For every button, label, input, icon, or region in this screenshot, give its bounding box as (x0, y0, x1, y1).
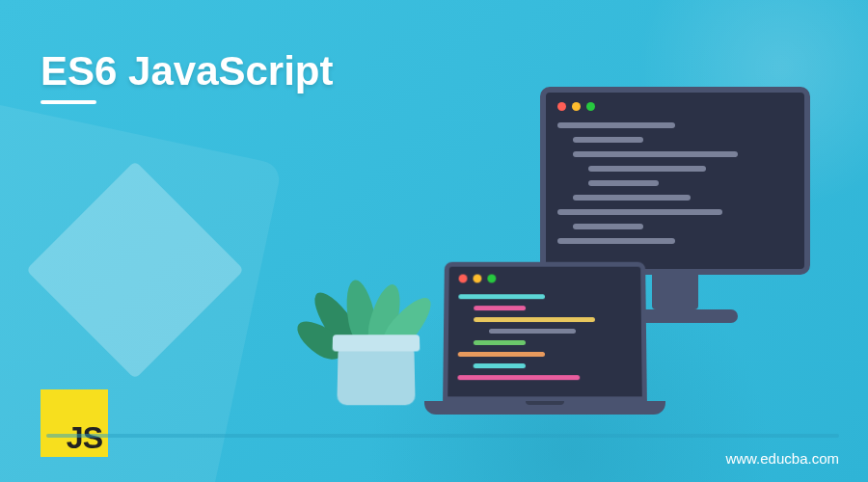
window-maximize-icon (586, 102, 595, 111)
code-line (557, 122, 675, 128)
window-minimize-icon (473, 275, 481, 283)
code-line (489, 329, 576, 334)
baseline-shadow (46, 434, 839, 438)
js-logo-text: JS (67, 422, 102, 453)
website-url: www.educba.com (725, 450, 839, 467)
window-close-icon (557, 102, 566, 111)
coding-illustration (309, 77, 810, 424)
code-line (588, 166, 706, 172)
code-line (474, 306, 526, 310)
window-minimize-icon (572, 102, 581, 111)
js-logo: JS (41, 389, 108, 457)
code-line (474, 340, 526, 345)
code-line (474, 317, 595, 322)
laptop (424, 261, 665, 415)
page-title: ES6 JavaScript (41, 48, 334, 94)
code-line (458, 352, 545, 357)
code-line (557, 238, 675, 244)
code-line (573, 151, 738, 157)
title-underline (41, 100, 96, 104)
window-controls (459, 275, 632, 283)
window-controls (557, 102, 793, 111)
window-maximize-icon (487, 275, 496, 283)
code-line (588, 180, 659, 186)
code-line (458, 294, 545, 299)
code-line (573, 137, 643, 143)
laptop-base (424, 401, 665, 415)
code-line (457, 375, 580, 380)
plant-pot (337, 348, 415, 406)
laptop-screen (443, 262, 647, 402)
window-close-icon (459, 275, 468, 283)
code-line (573, 224, 643, 229)
monitor-screen (540, 87, 810, 275)
code-line (557, 209, 722, 215)
code-line (573, 195, 691, 201)
code-line (474, 363, 526, 368)
